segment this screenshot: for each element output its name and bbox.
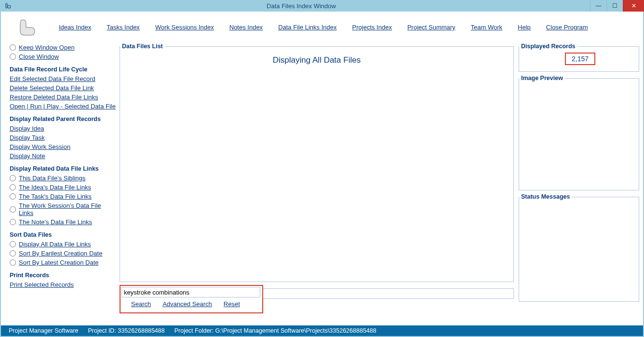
menu-close-program[interactable]: Close Program — [546, 24, 588, 31]
radio-task-links[interactable]: The Task's Data File Links — [10, 192, 116, 201]
link-display-note[interactable]: Display Note — [10, 151, 116, 161]
link-delete-selected[interactable]: Delete Selected Data File Link — [10, 83, 116, 93]
section-parent: Display Related Parent Records — [10, 111, 116, 124]
section-print: Print Records — [10, 267, 116, 280]
displayed-records-frame: Displayed Records 2,157 — [519, 43, 639, 72]
link-display-work-session[interactable]: Display Work Session — [10, 142, 116, 151]
radio-display-all[interactable]: Display All Data File Links — [10, 240, 116, 249]
link-display-idea[interactable]: Display Idea — [10, 124, 116, 133]
radio-sort-earliest[interactable]: Sort By Earilest Creation Date — [10, 249, 116, 258]
list-title: Displaying All Data Files — [120, 50, 513, 68]
status-project-id: Project ID: 33526268885488 — [88, 327, 165, 334]
app-icon — [4, 2, 13, 10]
image-preview-frame: Image Preview — [519, 75, 639, 190]
window-title: Data Files Index Window — [13, 2, 590, 10]
link-display-task[interactable]: Display Task — [10, 133, 116, 142]
search-input[interactable] — [121, 287, 260, 297]
displayed-records-value: 2,157 — [565, 53, 595, 65]
image-preview-legend: Image Preview — [519, 75, 565, 81]
menu-team-work[interactable]: Team Work — [471, 24, 503, 31]
status-app-name: Project Manager Software — [9, 327, 79, 334]
menubar: Ideas Index Tasks Index Work Sessions In… — [1, 12, 643, 43]
svg-rect-1 — [8, 5, 11, 8]
close-button[interactable]: ✕ — [623, 0, 644, 12]
list-legend: Data Files List — [120, 43, 165, 50]
radio-note-links[interactable]: The Note's Data File Links — [10, 217, 116, 227]
section-lifecycle: Data File Record Life Cycle — [10, 61, 116, 74]
link-restore-deleted[interactable]: Restore Deleted Data File Links — [10, 93, 116, 102]
menu-work-sessions-index[interactable]: Work Sessions Index — [155, 24, 214, 31]
menu-project-summary[interactable]: Project Summary — [407, 24, 456, 31]
data-files-list-frame: Data Files List Displaying All Data File… — [120, 43, 514, 282]
menu-help[interactable]: Help — [518, 24, 531, 31]
radio-idea-links[interactable]: The Idea's Data File Links — [10, 183, 116, 192]
status-project-folder: Project Folder: G:\Project Management So… — [174, 327, 376, 334]
menu-data-file-links-index[interactable]: Data File Links Index — [278, 24, 336, 31]
radio-keep-window-open[interactable]: Keep Window Open — [10, 43, 116, 52]
radio-sort-latest[interactable]: Sort By Latest Creation Date — [10, 258, 116, 267]
section-sort: Sort Data Files — [10, 227, 116, 240]
menu-notes-index[interactable]: Notes Index — [229, 24, 263, 31]
status-messages-frame: Status Messages — [519, 193, 639, 302]
menu-ideas-index[interactable]: Ideas Index — [59, 24, 91, 31]
displayed-records-legend: Displayed Records — [519, 43, 577, 50]
svg-rect-0 — [6, 3, 7, 8]
radio-siblings[interactable]: This Data File's Siblings — [10, 174, 116, 183]
maximize-button[interactable]: ☐ — [606, 0, 623, 12]
minimize-button[interactable]: — — [590, 0, 606, 12]
statusbar: Project Manager Software Project ID: 335… — [1, 325, 643, 336]
menu-tasks-index[interactable]: Tasks Index — [107, 24, 140, 31]
link-edit-selected[interactable]: Edit Selected Data File Record — [10, 74, 116, 83]
titlebar: Data Files Index Window — ☐ ✕ — [0, 0, 644, 12]
section-links: Display Related Data File Links — [10, 161, 116, 174]
link-open-run-play[interactable]: Open | Run | Play - Selected Data File — [10, 102, 116, 111]
sidebar: Keep Window Open Close Window Data File … — [10, 43, 120, 325]
menu-projects-index[interactable]: Projects Index — [352, 24, 392, 31]
radio-worksession-links[interactable]: The Work Session's Data File Links — [10, 201, 116, 217]
link-print-selected[interactable]: Print Selected Records — [10, 280, 116, 289]
app-logo — [15, 16, 39, 39]
status-messages-legend: Status Messages — [519, 193, 572, 200]
radio-close-window[interactable]: Close Window — [10, 52, 116, 61]
